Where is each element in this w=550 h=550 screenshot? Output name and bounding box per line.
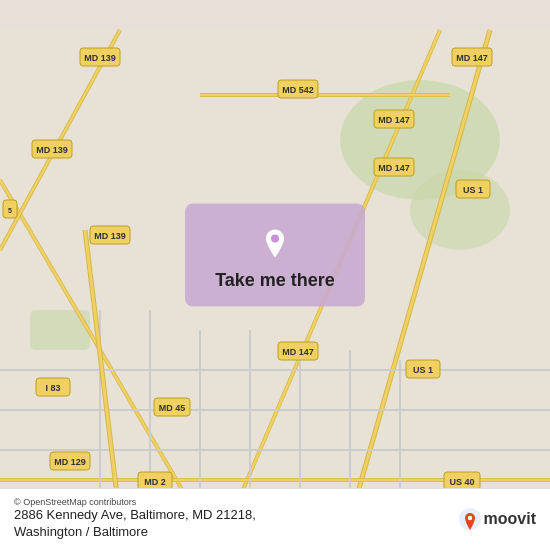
svg-text:MD 139: MD 139 (36, 145, 68, 155)
bottom-bar-left: © OpenStreetMap contributors 2886 Kenned… (14, 497, 256, 541)
svg-text:MD 147: MD 147 (282, 347, 314, 357)
moovit-brand-text: moovit (484, 510, 536, 528)
address-line1: 2886 Kennedy Ave, Baltimore, MD 21218, (14, 507, 256, 524)
svg-text:US 1: US 1 (413, 365, 433, 375)
svg-text:MD 147: MD 147 (378, 115, 410, 125)
svg-text:5: 5 (8, 207, 12, 214)
svg-text:MD 147: MD 147 (378, 163, 410, 173)
svg-text:MD 139: MD 139 (94, 231, 126, 241)
osm-attribution: © OpenStreetMap contributors (14, 497, 256, 507)
location-pin-icon (257, 226, 293, 262)
svg-text:US 1: US 1 (463, 185, 483, 195)
bottom-bar: © OpenStreetMap contributors 2886 Kenned… (0, 488, 550, 550)
moovit-icon (459, 508, 481, 530)
svg-point-61 (271, 235, 279, 243)
take-me-there-button[interactable]: Take me there (185, 204, 365, 307)
map-container: MD 139 MD 147 MD 542 MD 147 MD 147 US 1 … (0, 0, 550, 550)
svg-text:MD 542: MD 542 (282, 85, 314, 95)
attribution-and-address: © OpenStreetMap contributors 2886 Kenned… (14, 497, 256, 541)
svg-text:MD 45: MD 45 (159, 403, 186, 413)
svg-point-63 (467, 515, 471, 519)
moovit-logo: moovit (459, 508, 536, 530)
svg-text:I 83: I 83 (45, 383, 60, 393)
address-line2: Washington / Baltimore (14, 524, 256, 541)
svg-text:MD 129: MD 129 (54, 457, 86, 467)
svg-text:MD 2: MD 2 (144, 477, 166, 487)
svg-text:US 40: US 40 (449, 477, 474, 487)
button-label: Take me there (215, 270, 335, 291)
svg-text:MD 139: MD 139 (84, 53, 116, 63)
svg-text:MD 147: MD 147 (456, 53, 488, 63)
